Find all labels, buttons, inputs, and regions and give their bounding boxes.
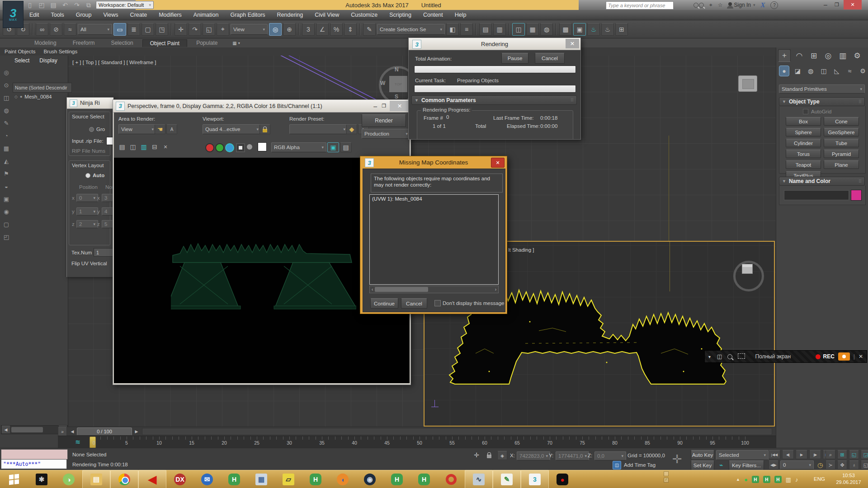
recorder-rec[interactable]: REC [816, 353, 834, 360]
add-time-tag[interactable]: Add Time Tag [624, 462, 656, 468]
hscroll-thumb[interactable] [375, 287, 428, 292]
tray-h3-icon[interactable]: H [774, 476, 782, 483]
ribbon-tab-modeling[interactable]: Modeling [27, 39, 64, 47]
save-image-icon[interactable]: ▤ [118, 142, 127, 151]
restore-button[interactable]: ❐ [835, 2, 839, 8]
render-iterative-icon[interactable]: ♨ [601, 23, 614, 36]
key-step-toggle[interactable]: ◀▶ [769, 460, 778, 469]
close-button[interactable]: ✕ [844, 0, 862, 9]
rfw-maximize-icon[interactable]: ❐ [382, 103, 386, 109]
z-coordinate-field[interactable]: 0,0 [594, 451, 626, 460]
rendering-dialog-titlebar[interactable]: 3 Rendering ✕ [409, 38, 580, 50]
bind-to-space-warp-icon[interactable]: ≈ [64, 23, 76, 36]
tray-h1-icon[interactable]: H [752, 476, 759, 483]
render-preset-dropdown[interactable] [289, 124, 348, 134]
pos-y-spinner[interactable]: 1 [76, 207, 98, 216]
selection-filter-dropdown[interactable]: All [78, 24, 112, 35]
utility-h4-icon[interactable]: H [410, 470, 438, 488]
missing-map-item[interactable]: (UVW 1): Mesh_0084 [372, 196, 422, 202]
nor-y-spinner[interactable]: 4 [102, 207, 113, 216]
name-color-rollout[interactable]: ▼Name and Color⠿ [779, 177, 865, 186]
edit-region-hand-icon[interactable]: ☚ [155, 124, 165, 134]
menu-graph-editors[interactable]: Graph Editors [224, 11, 271, 19]
recorder-fullscreen-label[interactable]: Полный экран [755, 353, 791, 360]
viewcube-orbit-ring[interactable] [733, 261, 764, 291]
scroll-left-icon[interactable]: ◀ [1, 426, 10, 434]
toggle-ui-icon[interactable]: ▤ [340, 142, 352, 152]
steam-icon[interactable]: ◉ [356, 470, 383, 488]
named-selection-sets-dropdown[interactable]: Create Selection Se [377, 24, 445, 35]
space-warps-category-icon[interactable]: ≈ [845, 66, 854, 76]
tex-num-field[interactable]: 1 [94, 248, 113, 257]
explorer-materials-icon[interactable]: ◍ [2, 106, 11, 114]
zoom-extents-all-icon[interactable]: ◲ [861, 450, 868, 459]
explorer-pick-icon[interactable]: ◎ [2, 68, 11, 76]
nor-x-spinner[interactable]: 3 [102, 194, 113, 202]
toggle-ui-overlays-icon[interactable]: ▣ [327, 142, 339, 152]
missing-map-hscroll[interactable]: ‹ › [369, 286, 499, 293]
render-setup-icon[interactable]: ▩ [559, 23, 572, 36]
previous-frame-button[interactable]: ◀| [782, 450, 794, 459]
favorites-star-icon[interactable]: ☆ [718, 2, 723, 8]
red-channel-icon[interactable] [205, 143, 214, 152]
alpha-channel-icon[interactable] [236, 143, 245, 152]
time-tag-icon[interactable]: ◫ [613, 461, 621, 469]
background-color-swatch[interactable] [258, 142, 267, 151]
utility-h3-icon[interactable]: H [383, 470, 410, 488]
object-type-sphere-button[interactable]: Sphere [786, 128, 821, 136]
time-config-icon[interactable]: ◷ [816, 461, 825, 469]
control-panel-icon[interactable]: ▦ [248, 470, 275, 488]
menu-scripting[interactable]: Scripting [383, 11, 417, 19]
pause-button[interactable]: Pause [501, 53, 528, 64]
explorer-folder-icon[interactable]: ◰ [2, 233, 11, 241]
object-type-box-button[interactable]: Box [786, 117, 821, 126]
display-tab[interactable]: ▥ [837, 50, 849, 61]
scroll-thumb[interactable] [11, 427, 43, 432]
edit-named-selections-icon[interactable]: ✎ [363, 23, 376, 36]
isolate-selection-icon[interactable]: ✛ [472, 451, 481, 459]
autogrid-checkbox[interactable]: AutoGrid [803, 109, 831, 114]
trackbar-prev-icon[interactable]: ◀ [69, 428, 76, 435]
pan-icon[interactable]: ✥ [837, 460, 847, 469]
object-type-tube-button[interactable]: Tube [824, 139, 859, 147]
create-tab[interactable]: + [778, 49, 791, 62]
explorer-box-icon[interactable]: ▢ [2, 220, 11, 228]
exchange-store-icon[interactable]: X [760, 1, 765, 9]
set-key-button[interactable]: Set Key [691, 460, 714, 470]
continue-button[interactable]: Continue [370, 298, 398, 309]
save-preset-icon[interactable]: ◆ [346, 124, 357, 134]
recorder-region-icon[interactable] [735, 353, 748, 360]
align-icon[interactable]: ≡ [460, 23, 473, 36]
mirror-icon[interactable]: ◧ [446, 23, 459, 36]
object-type-cylinder-button[interactable]: Cylinder [786, 139, 821, 147]
select-and-move-icon[interactable]: ✛ [175, 23, 187, 36]
macro-recorder-field[interactable] [1, 449, 68, 460]
project-folder-icon[interactable]: ⧉ [84, 1, 93, 9]
object-type-plane-button[interactable]: Plane [824, 160, 859, 169]
ribbon-tab-object-paint[interactable]: Object Paint [142, 39, 187, 47]
object-type-cone-button[interactable]: Cone [824, 117, 859, 126]
active-viewport-label[interactable]: lt Shading ] [508, 247, 534, 253]
maximize-viewport-icon[interactable]: ◱ [861, 460, 868, 469]
print-image-icon[interactable]: ⊟ [150, 142, 159, 151]
viewport-label[interactable]: [ + ] [ Top ] [ Standard ] [ Wireframe ] [72, 60, 156, 65]
nor-z-spinner[interactable]: 5 [102, 220, 113, 228]
media-player-icon[interactable]: ◀ [138, 470, 166, 488]
zoom-all-icon[interactable]: ⊞ [837, 450, 847, 459]
play-button[interactable]: ▶ [796, 450, 807, 459]
render-production-icon[interactable]: ♨ [587, 23, 600, 36]
missing-map-list[interactable]: (UVW 1): Mesh_0084 [369, 194, 499, 285]
render-cancel-button[interactable]: Cancel [535, 53, 565, 64]
new-scene-icon[interactable]: ▯ [25, 1, 34, 9]
object-color-swatch[interactable] [851, 190, 862, 201]
utility-h1-icon[interactable]: H [221, 470, 248, 488]
use-selection-center-icon[interactable]: ⊕ [283, 23, 296, 36]
utility-h2-icon[interactable]: H [302, 470, 329, 488]
go-to-start-button[interactable]: |◀◀ [769, 450, 780, 459]
unlink-selection-icon[interactable]: ⊘ [50, 23, 62, 36]
screen-recorder-icon[interactable]: ● [549, 470, 576, 488]
timeline-ruler[interactable]: ≋ 05101520253035404550556065707580859095… [58, 436, 776, 448]
compass-top-face[interactable]: TOP [389, 76, 407, 92]
firefox-icon[interactable]: ◖ [329, 470, 356, 488]
object-type-torus-button[interactable]: Torus [786, 150, 821, 158]
